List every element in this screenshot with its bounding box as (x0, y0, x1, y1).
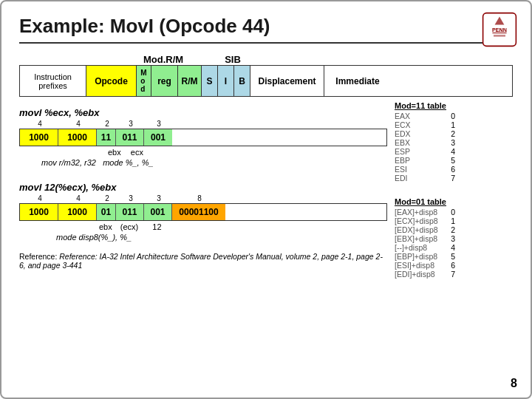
format-table: Instruction prefixes Opcode M o d reg R/… (19, 65, 513, 97)
mod01-row-5: [EBP]+disp8 5 (395, 252, 513, 261)
example1-label: movl %ecx, %ebx (19, 107, 387, 118)
ex1-reg: 011 (116, 129, 144, 146)
mod11-row-3: EBX 3 (395, 138, 513, 147)
mod01-row-6: [ESI]+disp8 6 (395, 261, 513, 270)
mod11-table: Mod=11 table EAX 0 ECX 1 EDX 2 (395, 101, 513, 183)
example1-binary-row: 1000 1000 11 011 001 (19, 129, 387, 146)
example1-annotation1: ebx ecx (108, 148, 387, 157)
example2-annotation1: ebx (ecx) 12 (99, 222, 387, 231)
immediate-cell: Immediate (324, 66, 391, 96)
main-content: movl %ecx, %ebx 4 4 2 3 3 1000 1000 11 0… (19, 101, 513, 283)
page-title: Example: MovI (Opcode 44) (19, 15, 513, 44)
example1-annotation2: mov r/m32, r32 mode %_, %_ (41, 158, 387, 167)
displacement-cell: Displacement (250, 66, 324, 96)
ex1-mod: 11 (97, 129, 116, 146)
example2-label: movl 12(%ecx), %ebx (19, 182, 387, 193)
mod01-table: Mod=01 table [EAX]+disp8 0 [ECX]+disp8 1… (395, 197, 513, 279)
mod01-row-3: [EBX]+disp8 3 (395, 234, 513, 243)
b-cell: B (234, 66, 250, 96)
mod11-row-7: EDI 7 (395, 174, 513, 183)
ex1-opcode2: 1000 (58, 129, 97, 146)
svg-rect-3 (492, 32, 506, 33)
mod11-rows: EAX 0 ECX 1 EDX 2 EBX 3 (395, 112, 513, 183)
s-cell: S (202, 66, 218, 96)
mod01-row-1: [ECX]+disp8 1 (395, 216, 513, 225)
svg-rect-4 (494, 35, 505, 36)
ex2-opcode1: 1000 (20, 204, 58, 220)
mod11-row-5: EBP 5 (395, 156, 513, 165)
ex2-opcode2: 1000 (58, 204, 97, 220)
mod11-title: Mod=11 table (395, 101, 513, 110)
mod01-row-2: [EDX]+disp8 2 (395, 225, 513, 234)
opcode-cell: Opcode (86, 66, 137, 96)
example2-bit-nums: 4 4 2 3 3 8 (21, 194, 387, 202)
mod11-row-4: ESP 4 (395, 147, 513, 156)
example2-annotation2: mode disp8(%_), %_ (56, 233, 387, 242)
sib-label: SIB (225, 54, 241, 65)
ex1-rm: 001 (144, 129, 172, 146)
mod11-row-0: EAX 0 (395, 112, 513, 120)
ex1-opcode1: 1000 (20, 129, 58, 146)
mod01-rows: [EAX]+disp8 0 [ECX]+disp8 1 [EDX]+disp8 … (395, 208, 513, 279)
university-logo: PENN (482, 12, 517, 47)
reg-cell: reg (151, 66, 178, 96)
mod01-title: Mod=01 table (395, 197, 513, 206)
mod01-row-7: [EDI]+disp8 7 (395, 270, 513, 279)
mod01-row-0: [EAX]+disp8 0 (395, 208, 513, 216)
mod11-row-2: EDX 2 (395, 129, 513, 138)
example2-block: movl 12(%ecx), %ebx 4 4 2 3 3 8 1000 100… (19, 182, 387, 242)
mod11-row-6: ESI 6 (395, 165, 513, 174)
instr-prefixes-cell: Instruction prefixes (20, 66, 86, 96)
left-content: movl %ecx, %ebx 4 4 2 3 3 1000 1000 11 0… (19, 101, 395, 283)
ex2-rm: 001 (144, 204, 172, 220)
example1-block: movl %ecx, %ebx 4 4 2 3 3 1000 1000 11 0… (19, 107, 387, 167)
mod01-row-4: [--]+disp8 4 (395, 243, 513, 252)
slide-container: PENN Example: MovI (Opcode 44) Mod.R/M S… (0, 0, 532, 399)
page-number: 8 (511, 377, 517, 390)
mod-cell: M o d (137, 66, 151, 96)
rm-cell: R/M (178, 66, 202, 96)
ex2-mod: 01 (97, 204, 116, 220)
example1-bit-nums: 4 4 2 3 3 (21, 120, 387, 128)
modrm-label: Mod.R/M (143, 54, 183, 65)
example2-binary-row: 1000 1000 01 011 001 00001100 (19, 203, 387, 221)
i-cell: I (218, 66, 234, 96)
reference-text: Reference: Reference: IA-32 Intel Archit… (19, 252, 387, 270)
ex2-disp: 00001100 (172, 204, 225, 220)
format-header-labels: Mod.R/M SIB (143, 54, 513, 65)
ex2-reg: 011 (116, 204, 144, 220)
right-content: Mod=11 table EAX 0 ECX 1 EDX 2 (395, 101, 513, 283)
mod11-row-1: ECX 1 (395, 120, 513, 129)
